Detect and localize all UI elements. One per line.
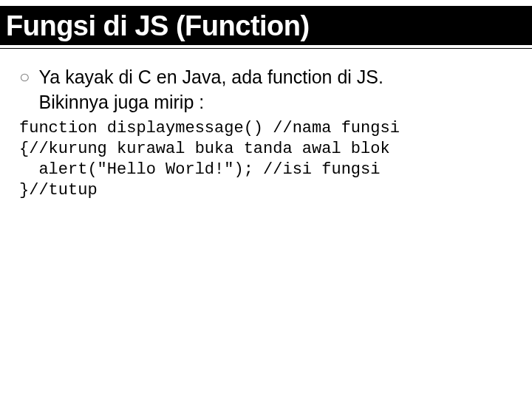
code-line: function displaymessage() //nama fungsi	[19, 119, 400, 137]
circle-bullet-icon: ○	[19, 65, 30, 89]
bullet-text-wrap: Ya kayak di C en Java, ada function di J…	[39, 65, 383, 115]
bullet-line-2: Bikinnya juga mirip :	[39, 90, 383, 115]
slide: Fungsi di JS (Function) ○ Ya kayak di C …	[0, 6, 532, 399]
code-block: function displaymessage() //nama fungsi …	[19, 118, 514, 202]
bullet-item: ○ Ya kayak di C en Java, ada function di…	[19, 65, 514, 115]
code-line: {//kurung kurawal buka tanda awal blok	[19, 140, 390, 158]
code-line: }//tutup	[19, 181, 98, 200]
body-area: ○ Ya kayak di C en Java, ada function di…	[0, 49, 532, 201]
slide-title: Fungsi di JS (Function)	[6, 10, 526, 42]
title-band: Fungsi di JS (Function)	[0, 6, 532, 45]
code-line: alert("Hello World!"); //isi fungsi	[19, 160, 380, 179]
bullet-line-1: Ya kayak di C en Java, ada function di J…	[39, 65, 383, 90]
